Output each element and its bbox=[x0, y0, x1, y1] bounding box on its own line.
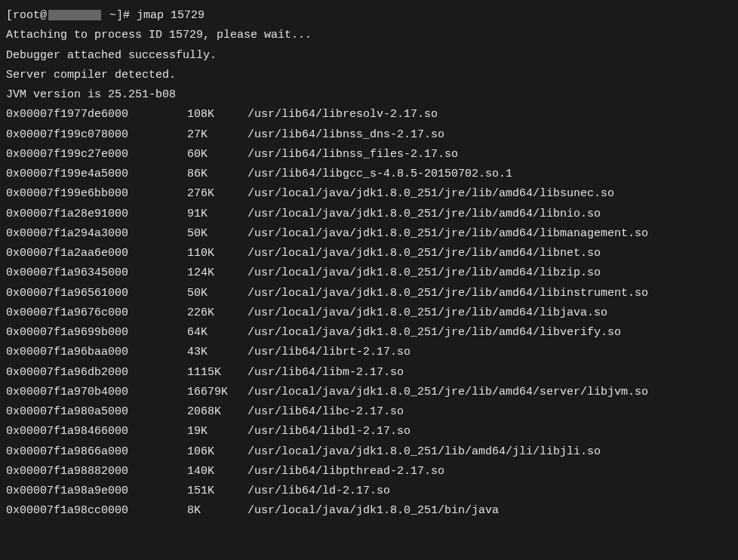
mapping-path: /usr/lib64/libnss_files-2.17.so bbox=[248, 145, 732, 165]
mappings-table: 0x00007f1977de6000108K/usr/lib64/libreso… bbox=[6, 105, 732, 521]
mapping-address: 0x00007f1a96db2000 bbox=[6, 363, 187, 383]
mapping-path: /usr/lib64/ld-2.17.so bbox=[248, 482, 732, 501]
mapping-row: 0x00007f199c27e00060K/usr/lib64/libnss_f… bbox=[6, 145, 732, 165]
command-text: jmap 15729 bbox=[137, 9, 204, 22]
mapping-path: /usr/local/java/jdk1.8.0_251/jre/lib/amd… bbox=[248, 244, 732, 263]
mapping-size: 151K bbox=[187, 482, 248, 501]
mapping-address: 0x00007f199e6bb000 bbox=[6, 184, 187, 204]
mapping-row: 0x00007f1a9866a000106K/usr/local/java/jd… bbox=[6, 442, 732, 462]
mapping-address: 0x00007f199c27e000 bbox=[6, 145, 187, 165]
mapping-size: 64K bbox=[187, 323, 248, 343]
mapping-size: 8K bbox=[187, 501, 248, 521]
message-line: Server compiler detected. bbox=[6, 66, 732, 85]
mapping-address: 0x00007f1a294a3000 bbox=[6, 224, 187, 244]
mapping-row: 0x00007f199c07800027K/usr/lib64/libnss_d… bbox=[6, 125, 732, 145]
mapping-size: 86K bbox=[187, 165, 248, 184]
mapping-address: 0x00007f1a2aa6e000 bbox=[6, 244, 187, 263]
prompt-user: [root@ bbox=[6, 9, 47, 22]
mapping-address: 0x00007f199c078000 bbox=[6, 125, 187, 145]
mapping-path: /usr/lib64/libpthread-2.17.so bbox=[248, 462, 732, 482]
mapping-address: 0x00007f1a98cc0000 bbox=[6, 501, 187, 521]
mapping-size: 60K bbox=[187, 145, 248, 165]
mapping-address: 0x00007f1a96baa000 bbox=[6, 343, 187, 362]
mapping-size: 50K bbox=[187, 224, 248, 244]
mapping-path: /usr/lib64/libgcc_s-4.8.5-20150702.so.1 bbox=[248, 165, 732, 184]
terminal-output: [root@ ~]# jmap 15729 Attaching to proce… bbox=[6, 6, 732, 522]
mapping-row: 0x00007f1a98cc00008K/usr/local/java/jdk1… bbox=[6, 501, 732, 521]
mapping-row: 0x00007f1a2aa6e000110K/usr/local/java/jd… bbox=[6, 244, 732, 263]
mapping-path: /usr/lib64/libm-2.17.so bbox=[248, 363, 732, 383]
mapping-row: 0x00007f1a970b400016679K/usr/local/java/… bbox=[6, 383, 732, 402]
mapping-address: 0x00007f1a9866a000 bbox=[6, 442, 187, 462]
prompt-suffix: ~]# bbox=[103, 9, 137, 22]
mapping-row: 0x00007f1a9676c000226K/usr/local/java/jd… bbox=[6, 303, 732, 323]
mapping-path: /usr/local/java/jdk1.8.0_251/jre/lib/amd… bbox=[248, 263, 732, 283]
messages-block: Attaching to process ID 15729, please wa… bbox=[6, 26, 732, 105]
mapping-path: /usr/lib64/librt-2.17.so bbox=[248, 343, 732, 362]
mapping-path: /usr/local/java/jdk1.8.0_251/jre/lib/amd… bbox=[248, 184, 732, 204]
mapping-row: 0x00007f1a98a9e000151K/usr/lib64/ld-2.17… bbox=[6, 482, 732, 501]
mapping-size: 2068K bbox=[187, 402, 248, 422]
mapping-row: 0x00007f1a96baa00043K/usr/lib64/librt-2.… bbox=[6, 343, 732, 362]
mapping-size: 91K bbox=[187, 205, 248, 224]
mapping-address: 0x00007f1a96561000 bbox=[6, 284, 187, 303]
message-line: Attaching to process ID 15729, please wa… bbox=[6, 26, 732, 45]
mapping-address: 0x00007f1a96345000 bbox=[6, 263, 187, 283]
mapping-row: 0x00007f199e4a500086K/usr/lib64/libgcc_s… bbox=[6, 165, 732, 184]
mapping-path: /usr/local/java/jdk1.8.0_251/jre/lib/amd… bbox=[248, 323, 732, 343]
mapping-row: 0x00007f1a28e9100091K/usr/local/java/jdk… bbox=[6, 205, 732, 224]
mapping-address: 0x00007f1a970b4000 bbox=[6, 383, 187, 402]
mapping-address: 0x00007f1a98a9e000 bbox=[6, 482, 187, 501]
mapping-size: 1115K bbox=[187, 363, 248, 383]
command-prompt-line: [root@ ~]# jmap 15729 bbox=[6, 6, 732, 26]
mapping-address: 0x00007f1977de6000 bbox=[6, 105, 187, 125]
mapping-size: 27K bbox=[187, 125, 248, 145]
mapping-address: 0x00007f1a98882000 bbox=[6, 462, 187, 482]
mapping-path: /usr/lib64/libc-2.17.so bbox=[248, 402, 732, 422]
mapping-path: /usr/lib64/libdl-2.17.so bbox=[248, 422, 732, 442]
mapping-size: 108K bbox=[187, 105, 248, 125]
mapping-row: 0x00007f1a96345000124K/usr/local/java/jd… bbox=[6, 263, 732, 283]
mapping-row: 0x00007f1a9699b00064K/usr/local/java/jdk… bbox=[6, 323, 732, 343]
mapping-size: 110K bbox=[187, 244, 248, 263]
mapping-path: /usr/local/java/jdk1.8.0_251/jre/lib/amd… bbox=[248, 224, 732, 244]
mapping-row: 0x00007f1a96db20001115K/usr/lib64/libm-2… bbox=[6, 363, 732, 383]
mapping-row: 0x00007f1a294a300050K/usr/local/java/jdk… bbox=[6, 224, 732, 244]
message-line: Debugger attached successfully. bbox=[6, 46, 732, 66]
mapping-size: 226K bbox=[187, 303, 248, 323]
mapping-size: 124K bbox=[187, 263, 248, 283]
mapping-size: 276K bbox=[187, 184, 248, 204]
mapping-address: 0x00007f1a98466000 bbox=[6, 422, 187, 442]
mapping-row: 0x00007f1977de6000108K/usr/lib64/libreso… bbox=[6, 105, 732, 125]
mapping-path: /usr/local/java/jdk1.8.0_251/jre/lib/amd… bbox=[248, 284, 732, 303]
mapping-row: 0x00007f1a98882000140K/usr/lib64/libpthr… bbox=[6, 462, 732, 482]
mapping-size: 140K bbox=[187, 462, 248, 482]
mapping-size: 50K bbox=[187, 284, 248, 303]
mapping-path: /usr/lib64/libresolv-2.17.so bbox=[248, 105, 732, 125]
mapping-row: 0x00007f1a9656100050K/usr/local/java/jdk… bbox=[6, 284, 732, 303]
mapping-path: /usr/local/java/jdk1.8.0_251/lib/amd64/j… bbox=[248, 442, 732, 462]
mapping-path: /usr/lib64/libnss_dns-2.17.so bbox=[248, 125, 732, 145]
mapping-address: 0x00007f1a28e91000 bbox=[6, 205, 187, 224]
message-line: JVM version is 25.251-b08 bbox=[6, 85, 732, 105]
mapping-address: 0x00007f1a9699b000 bbox=[6, 323, 187, 343]
mapping-row: 0x00007f1a9846600019K/usr/lib64/libdl-2.… bbox=[6, 422, 732, 442]
mapping-path: /usr/local/java/jdk1.8.0_251/jre/lib/amd… bbox=[248, 303, 732, 323]
mapping-size: 43K bbox=[187, 343, 248, 362]
mapping-address: 0x00007f1a980a5000 bbox=[6, 402, 187, 422]
mapping-size: 19K bbox=[187, 422, 248, 442]
mapping-path: /usr/local/java/jdk1.8.0_251/jre/lib/amd… bbox=[248, 383, 732, 402]
mapping-row: 0x00007f199e6bb000276K/usr/local/java/jd… bbox=[6, 184, 732, 204]
mapping-address: 0x00007f1a9676c000 bbox=[6, 303, 187, 323]
redacted-hostname bbox=[48, 10, 101, 20]
mapping-path: /usr/local/java/jdk1.8.0_251/jre/lib/amd… bbox=[248, 205, 732, 224]
mapping-size: 16679K bbox=[187, 383, 248, 402]
mapping-address: 0x00007f199e4a5000 bbox=[6, 165, 187, 184]
mapping-row: 0x00007f1a980a50002068K/usr/lib64/libc-2… bbox=[6, 402, 732, 422]
mapping-size: 106K bbox=[187, 442, 248, 462]
mapping-path: /usr/local/java/jdk1.8.0_251/bin/java bbox=[248, 501, 732, 521]
